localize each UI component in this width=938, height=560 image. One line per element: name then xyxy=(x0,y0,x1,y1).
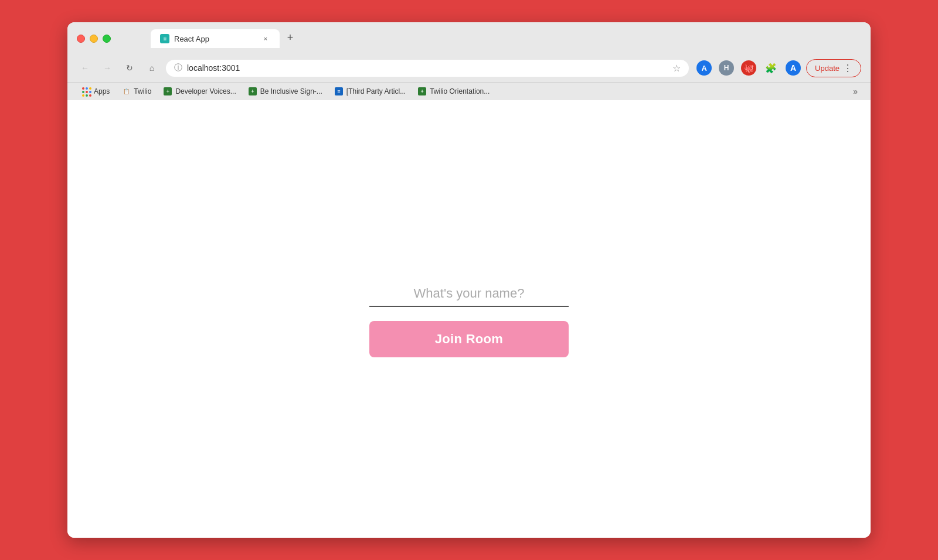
extension-badge-3: 🐙 xyxy=(741,60,756,76)
more-options-icon: ⋮ xyxy=(843,63,852,74)
minimize-window-button[interactable] xyxy=(90,35,98,43)
extension-icon-3[interactable]: 🐙 xyxy=(739,59,758,77)
bookmark-apps[interactable]: Apps xyxy=(77,85,114,98)
bookmark-be-inclusive[interactable]: + Be Inclusive Sign-... xyxy=(243,85,327,98)
back-button[interactable]: ← xyxy=(77,60,93,76)
bookmark-twilio-orientation-label: Twilio Orientation... xyxy=(430,87,490,95)
extension-icon-2[interactable]: H xyxy=(717,59,736,77)
extension-icon-1[interactable]: A xyxy=(695,59,713,77)
bookmarks-bar: Apps 📋 Twilio + Developer Voices... + Be… xyxy=(67,82,871,100)
address-bar-row: ← → ↻ ⌂ ⓘ localhost:3001 ☆ A H 🐙 🧩 xyxy=(67,54,871,82)
bookmark-developer-voices-label: Developer Voices... xyxy=(175,87,236,95)
update-button[interactable]: Update ⋮ xyxy=(806,59,861,77)
tab-title: React App xyxy=(174,35,256,43)
bookmark-apps-label: Apps xyxy=(94,87,110,95)
reload-button[interactable]: ↻ xyxy=(121,60,138,76)
puzzle-icon: 🧩 xyxy=(765,63,777,74)
tab-favicon: ⚛ xyxy=(160,34,169,43)
close-window-button[interactable] xyxy=(77,35,85,43)
join-room-button[interactable]: Join Room xyxy=(369,321,569,357)
tab-bar: ⚛ React App × + xyxy=(151,29,298,48)
title-bar: ⚛ React App × + xyxy=(67,22,871,54)
twilio-orientation-icon: + xyxy=(417,87,427,96)
info-icon: ⓘ xyxy=(174,63,182,73)
extension-badge-2: H xyxy=(719,60,734,76)
active-tab[interactable]: ⚛ React App × xyxy=(151,29,280,48)
extension-badge-1: A xyxy=(696,60,712,76)
update-label: Update xyxy=(815,64,840,73)
new-tab-button[interactable]: + xyxy=(282,29,298,46)
developer-voices-icon: + xyxy=(163,87,172,96)
bookmark-developer-voices[interactable]: + Developer Voices... xyxy=(158,85,240,98)
toolbar-icons: A H 🐙 🧩 A Update ⋮ xyxy=(695,59,861,77)
bookmark-third-party[interactable]: ≡ [Third Party Articl... xyxy=(329,85,410,98)
window-controls-row: ⚛ React App × + xyxy=(77,29,861,48)
twilio-icon: 📋 xyxy=(121,87,131,96)
address-bar[interactable]: ⓘ localhost:3001 ☆ xyxy=(166,60,689,77)
bookmark-star-icon[interactable]: ☆ xyxy=(672,63,681,74)
avatar-icon: A xyxy=(786,60,801,76)
tab-close-button[interactable]: × xyxy=(261,34,270,43)
extensions-button[interactable]: 🧩 xyxy=(762,59,780,77)
bookmark-twilio[interactable]: 📋 Twilio xyxy=(117,85,156,98)
maximize-window-button[interactable] xyxy=(103,35,111,43)
apps-grid-icon xyxy=(81,87,91,96)
be-inclusive-icon: + xyxy=(248,87,257,96)
address-text: localhost:3001 xyxy=(187,63,668,73)
page-content: Join Room xyxy=(67,100,871,538)
name-input[interactable] xyxy=(369,281,569,307)
home-button[interactable]: ⌂ xyxy=(144,60,160,76)
third-party-icon: ≡ xyxy=(334,87,344,96)
bookmark-third-party-label: [Third Party Articl... xyxy=(346,87,406,95)
browser-window: ⚛ React App × + ← → ↻ ⌂ ⓘ localhost:3001… xyxy=(67,22,871,538)
bookmark-be-inclusive-label: Be Inclusive Sign-... xyxy=(260,87,322,95)
forward-button[interactable]: → xyxy=(99,60,115,76)
bookmark-twilio-orientation[interactable]: + Twilio Orientation... xyxy=(413,85,494,98)
bookmark-twilio-label: Twilio xyxy=(134,87,151,95)
more-bookmarks-button[interactable]: » xyxy=(849,85,861,98)
profile-button[interactable]: A xyxy=(784,59,803,77)
